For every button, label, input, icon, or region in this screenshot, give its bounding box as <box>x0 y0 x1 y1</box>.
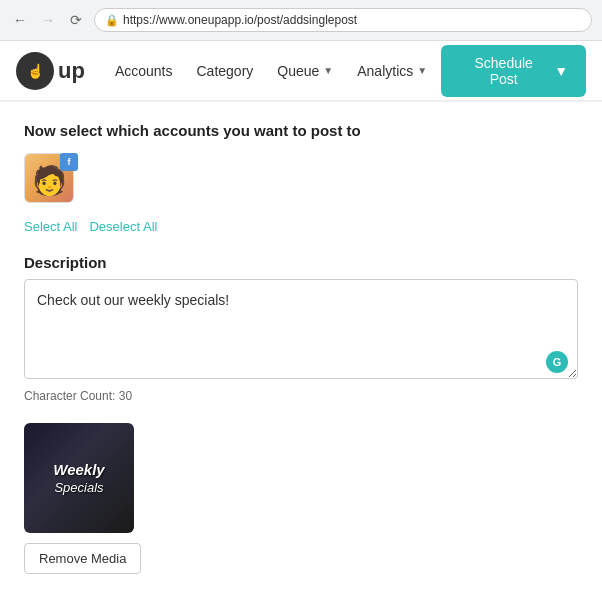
nav-links: Accounts Category Queue ▼ Analytics ▼ Sc… <box>105 45 586 97</box>
avatar-badge: f <box>60 153 78 171</box>
nav-queue[interactable]: Queue ▼ <box>267 55 343 87</box>
deselect-all-link[interactable]: Deselect All <box>89 219 157 234</box>
nav-analytics-label: Analytics <box>357 63 413 79</box>
navbar: ☝ up Accounts Category Queue ▼ Analytics… <box>0 41 602 101</box>
media-thumbnail-inner: Weekly Specials <box>24 423 134 533</box>
media-text-weekly: Weekly <box>53 461 104 478</box>
avatar-person-icon: 🧑 <box>32 167 67 195</box>
nav-category[interactable]: Category <box>186 55 263 87</box>
description-label: Description <box>24 254 578 271</box>
nav-queue-label: Queue <box>277 63 319 79</box>
media-text-specials: Specials <box>54 480 103 495</box>
url-text: https://www.oneupapp.io/post/addsinglepo… <box>123 13 357 27</box>
analytics-dropdown-arrow: ▼ <box>417 65 427 76</box>
account-avatar-wrapper[interactable]: 🧑 f <box>24 153 78 207</box>
browser-chrome: ← → ⟳ 🔒 https://www.oneupapp.io/post/add… <box>0 0 602 41</box>
accounts-heading: Now select which accounts you want to po… <box>24 122 578 139</box>
description-textarea[interactable] <box>24 279 578 379</box>
nav-accounts[interactable]: Accounts <box>105 55 183 87</box>
nav-analytics[interactable]: Analytics ▼ <box>347 55 437 87</box>
forward-button[interactable]: → <box>38 10 58 30</box>
accounts-row: 🧑 f <box>24 153 578 207</box>
queue-dropdown-arrow: ▼ <box>323 65 333 76</box>
refresh-button[interactable]: ⟳ <box>66 10 86 30</box>
select-all-link[interactable]: Select All <box>24 219 77 234</box>
schedule-post-button[interactable]: Schedule Post ▼ <box>441 45 586 97</box>
main-content: Now select which accounts you want to po… <box>0 102 602 594</box>
logo-link[interactable]: ☝ up <box>16 52 85 90</box>
char-count: Character Count: 30 <box>24 389 578 403</box>
schedule-post-label: Schedule Post <box>459 55 548 87</box>
grammarly-label: G <box>553 356 562 368</box>
nav-accounts-label: Accounts <box>115 63 173 79</box>
select-links: Select All Deselect All <box>24 219 578 234</box>
remove-media-button[interactable]: Remove Media <box>24 543 141 574</box>
description-wrapper: G <box>24 279 578 383</box>
media-container: Weekly Specials Remove Media <box>24 423 578 574</box>
media-thumbnail: Weekly Specials <box>24 423 134 533</box>
logo-text: up <box>58 58 85 84</box>
schedule-dropdown-arrow: ▼ <box>554 63 568 79</box>
back-button[interactable]: ← <box>10 10 30 30</box>
address-bar[interactable]: 🔒 https://www.oneupapp.io/post/addsingle… <box>94 8 592 32</box>
logo-symbol: ☝ <box>27 63 44 79</box>
nav-category-label: Category <box>196 63 253 79</box>
logo-icon: ☝ <box>16 52 54 90</box>
grammarly-icon: G <box>546 351 568 373</box>
lock-icon: 🔒 <box>105 14 119 27</box>
